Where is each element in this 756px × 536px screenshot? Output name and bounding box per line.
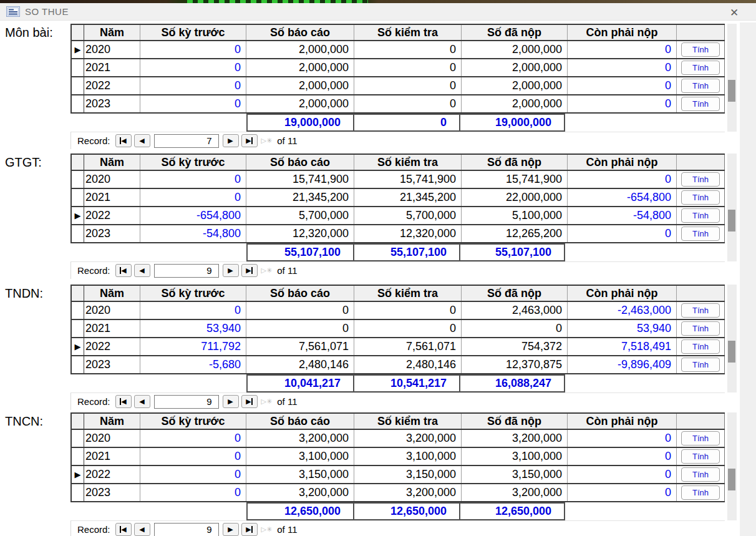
cell-con-phai-nop[interactable]: 0 (568, 95, 677, 112)
row-selector[interactable] (70, 356, 84, 373)
cell-so-bao-cao[interactable]: 2,000,000 (246, 41, 354, 58)
cell-so-ky-truoc[interactable]: 0 (140, 171, 246, 188)
row-selector[interactable]: ▶ (70, 41, 84, 58)
cell-so-kiem-tra[interactable]: 5,700,000 (354, 207, 462, 224)
first-record-button[interactable]: ◀ (115, 264, 132, 277)
vertical-scrollbar[interactable] (727, 412, 737, 520)
cell-so-bao-cao[interactable]: 2,480,146 (246, 356, 354, 373)
cell-nam[interactable]: 2021 (84, 189, 140, 206)
cell-so-bao-cao[interactable]: 2,000,000 (246, 95, 354, 112)
scrollbar-thumb[interactable] (728, 469, 735, 490)
cell-so-ky-truoc[interactable]: 0 (140, 430, 246, 447)
row-selector[interactable] (70, 171, 84, 188)
last-record-button[interactable]: ▶ (241, 264, 258, 277)
calc-button[interactable]: Tính (681, 227, 720, 241)
cell-nam[interactable]: 2021 (84, 59, 140, 76)
calc-button[interactable]: Tính (681, 97, 720, 111)
cell-so-da-nop[interactable]: 12,370,875 (462, 356, 568, 373)
cell-nam[interactable]: 2023 (84, 95, 140, 112)
calc-button[interactable]: Tính (681, 431, 720, 446)
cell-so-kiem-tra[interactable]: 21,345,200 (354, 189, 462, 206)
cell-so-da-nop[interactable]: 3,200,000 (462, 484, 568, 501)
cell-con-phai-nop[interactable]: 0 (568, 171, 677, 188)
cell-so-da-nop[interactable]: 2,000,000 (462, 59, 568, 76)
cell-nam[interactable]: 2020 (84, 430, 140, 447)
cell-so-kiem-tra[interactable]: 0 (354, 59, 462, 76)
cell-so-da-nop[interactable]: 2,000,000 (462, 41, 568, 58)
row-selector[interactable] (70, 77, 84, 94)
cell-so-bao-cao[interactable]: 21,345,200 (246, 189, 354, 206)
cell-nam[interactable]: 2023 (84, 356, 140, 373)
cell-con-phai-nop[interactable]: 0 (568, 41, 677, 58)
cell-so-ky-truoc[interactable]: 53,940 (140, 320, 246, 337)
calc-button[interactable]: Tính (681, 303, 720, 318)
cell-nam[interactable]: 2023 (84, 484, 140, 501)
row-selector[interactable] (70, 95, 84, 112)
row-selector[interactable] (70, 225, 84, 242)
first-record-button[interactable]: ◀ (115, 523, 132, 536)
cell-con-phai-nop[interactable]: 0 (568, 484, 677, 501)
cell-so-kiem-tra[interactable]: 2,480,146 (354, 356, 462, 373)
cell-so-da-nop[interactable]: 3,150,000 (462, 466, 568, 483)
cell-so-da-nop[interactable]: 3,200,000 (462, 430, 568, 447)
cell-so-ky-truoc[interactable]: 711,792 (140, 338, 246, 355)
cell-so-bao-cao[interactable]: 5,700,000 (246, 207, 354, 224)
row-selector[interactable] (70, 320, 84, 337)
cell-nam[interactable]: 2022 (84, 466, 140, 483)
cell-so-ky-truoc[interactable]: 0 (140, 448, 246, 465)
cell-so-ky-truoc[interactable]: 0 (140, 77, 246, 94)
cell-so-kiem-tra[interactable]: 3,200,000 (354, 484, 462, 501)
record-number-input[interactable]: 9 (154, 523, 219, 536)
cell-so-bao-cao[interactable]: 3,200,000 (246, 430, 354, 447)
vertical-scrollbar[interactable] (727, 24, 737, 132)
last-record-button[interactable]: ▶ (241, 395, 258, 408)
previous-record-button[interactable]: ◀ (134, 134, 150, 147)
previous-record-button[interactable]: ◀ (134, 395, 150, 408)
cell-nam[interactable]: 2020 (84, 41, 140, 58)
previous-record-button[interactable]: ◀ (134, 264, 150, 277)
cell-so-bao-cao[interactable]: 3,200,000 (246, 484, 354, 501)
cell-con-phai-nop[interactable]: 53,940 (568, 320, 677, 337)
row-selector[interactable] (70, 59, 84, 76)
calc-button[interactable]: Tính (681, 190, 720, 205)
cell-so-kiem-tra[interactable]: 15,741,900 (354, 171, 462, 188)
cell-so-ky-truoc[interactable]: 0 (140, 302, 246, 319)
cell-so-ky-truoc[interactable]: -54,800 (140, 225, 246, 242)
cell-so-ky-truoc[interactable]: 0 (140, 41, 246, 58)
calc-button[interactable]: Tính (681, 449, 720, 464)
cell-so-bao-cao[interactable]: 2,000,000 (246, 77, 354, 94)
cell-so-bao-cao[interactable]: 0 (246, 302, 354, 319)
cell-nam[interactable]: 2022 (84, 207, 140, 224)
cell-con-phai-nop[interactable]: 0 (568, 59, 677, 76)
row-selector[interactable] (70, 448, 84, 465)
row-selector[interactable] (70, 302, 84, 319)
first-record-button[interactable]: ◀ (115, 395, 132, 408)
vertical-scrollbar[interactable] (727, 285, 737, 392)
scrollbar-thumb[interactable] (728, 341, 735, 363)
next-record-button[interactable]: ▶ (223, 523, 239, 536)
cell-so-da-nop[interactable]: 2,463,000 (462, 302, 568, 319)
cell-so-ky-truoc[interactable]: 0 (140, 484, 246, 501)
cell-con-phai-nop[interactable]: -9,896,409 (568, 356, 677, 373)
cell-nam[interactable]: 2022 (84, 77, 140, 94)
calc-button[interactable]: Tính (681, 358, 720, 372)
next-record-button[interactable]: ▶ (223, 134, 239, 147)
cell-so-kiem-tra[interactable]: 0 (354, 320, 462, 337)
calc-button[interactable]: Tính (681, 172, 720, 187)
record-number-input[interactable]: 7 (154, 134, 219, 148)
row-selector[interactable] (70, 430, 84, 447)
cell-so-bao-cao[interactable]: 15,741,900 (246, 171, 354, 188)
record-number-input[interactable]: 9 (154, 264, 219, 278)
cell-so-ky-truoc[interactable]: 0 (140, 466, 246, 483)
calc-button[interactable]: Tính (681, 79, 720, 93)
cell-so-da-nop[interactable]: 3,100,000 (462, 448, 568, 465)
cell-so-kiem-tra[interactable]: 3,200,000 (354, 430, 462, 447)
cell-con-phai-nop[interactable]: -654,800 (568, 189, 677, 206)
cell-con-phai-nop[interactable]: 0 (568, 225, 677, 242)
cell-so-bao-cao[interactable]: 2,000,000 (246, 59, 354, 76)
record-number-input[interactable]: 9 (154, 395, 219, 409)
last-record-button[interactable]: ▶ (241, 523, 258, 536)
cell-so-bao-cao[interactable]: 3,150,000 (246, 466, 354, 483)
cell-so-da-nop[interactable]: 2,000,000 (462, 77, 568, 94)
cell-con-phai-nop[interactable]: 0 (568, 466, 677, 483)
